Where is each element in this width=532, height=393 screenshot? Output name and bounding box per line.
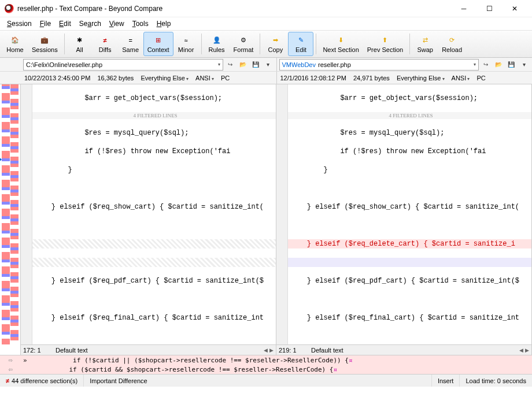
menu-search[interactable]: Search (76, 18, 105, 29)
code-line (32, 332, 276, 341)
right-mru-button[interactable]: ↪ (480, 59, 492, 71)
menu-view[interactable]: View (106, 18, 128, 29)
home-button[interactable]: 🏠Home (2, 32, 28, 56)
diff-line: ⬅ } elseif ($req_delete_cart) { $cartid … (288, 239, 531, 249)
line-diff-row: ⇨ » if (!$cartid || ($shopcart->reseller… (0, 355, 532, 365)
left-filter-combo[interactable]: Everything Else (141, 75, 189, 81)
status-hint: Important Difference (84, 375, 432, 387)
code-line: } elseif ($req_pdf_cart) { $cartid = san… (288, 276, 531, 286)
context-button[interactable]: ⊞Context (143, 32, 173, 56)
app-icon (5, 4, 14, 13)
left-encoding-combo[interactable]: ANSI (195, 75, 214, 81)
path-row: C:\Felix\Online\reseller.php▾ ↪ 📂 💾 ▾ VM… (0, 58, 532, 72)
diff-line (288, 258, 531, 267)
arrow-up-icon: ⬆ (379, 35, 391, 46)
right-hscroll[interactable]: ◀ ▶ (519, 347, 529, 353)
next-section-button[interactable]: ⬇Next Section (319, 32, 363, 56)
code-line (288, 295, 531, 304)
left-hscroll[interactable]: ◀ ▶ (264, 347, 274, 353)
copy-button[interactable]: ➡Copy (263, 32, 288, 56)
merge-left-icon[interactable]: ⇦ (0, 365, 21, 373)
minimize-button[interactable]: ─ (451, 1, 476, 17)
right-filter-combo[interactable]: Everything Else (397, 75, 445, 81)
left-code-view[interactable]: $arr = get_object_vars($session); 4 FILT… (21, 84, 276, 344)
reload-button[interactable]: ⟳Reload (438, 32, 466, 56)
left-path-combo[interactable]: C:\Felix\Online\reseller.php▾ (23, 59, 223, 71)
close-button[interactable]: ✕ (502, 1, 527, 17)
toolbar-separator (316, 34, 316, 54)
approx-icon: ≈ (180, 35, 192, 46)
diffs-button[interactable]: ≠Diffs (93, 32, 118, 56)
code-line: } (32, 165, 276, 175)
titlebar: reseller.php - Text Compare - Beyond Com… (0, 0, 532, 17)
swap-button[interactable]: ⇄Swap (412, 32, 438, 56)
gear-icon: ⚙ (238, 35, 249, 46)
left-cursor-pos: 172: 1 (23, 347, 51, 354)
right-path-combo[interactable]: VMWebDevreseller.php▾ (279, 59, 479, 71)
code-line (32, 184, 276, 193)
code-line: } (288, 165, 531, 175)
statusbar: ≠44 difference section(s) Important Diff… (0, 374, 532, 387)
left-bytes: 16,362 bytes (97, 75, 134, 81)
filtered-marker: 4 FILTERED LINES (32, 112, 276, 119)
same-button[interactable]: =Same (118, 32, 143, 56)
left-browse-button[interactable]: 📂 (237, 59, 249, 71)
left-date: 10/22/2013 2:45:00 PM (24, 75, 90, 81)
swap-icon: ⇄ (419, 35, 431, 46)
format-button[interactable]: ⚙Format (230, 32, 258, 56)
menu-session[interactable]: Session (3, 18, 35, 29)
right-pane: $arr = get_object_vars($session); 4 FILT… (276, 84, 532, 355)
left-footer: 172: 1 Default text ◀ ▶ (21, 344, 276, 355)
sessions-button[interactable]: 💼Sessions (28, 32, 62, 56)
menu-tools[interactable]: Tools (129, 18, 152, 29)
code-line: $res = mysql_query($sql); (288, 128, 531, 138)
equals-icon: = (125, 35, 136, 46)
right-save-button[interactable]: 💾 (505, 59, 517, 71)
code-line: if (!$res) throw new Exception('fai (32, 147, 276, 156)
edit-button[interactable]: ✎Edit (288, 32, 313, 56)
not-equal-icon: ≠ (99, 35, 111, 46)
asterisk-icon: ✱ (74, 35, 86, 46)
thumbnail-overview[interactable] (0, 84, 21, 355)
code-line (288, 184, 531, 193)
code-line (288, 332, 531, 341)
context-icon: ⊞ (153, 35, 164, 46)
code-line (32, 221, 276, 230)
maximize-button[interactable]: ☐ (476, 1, 502, 17)
left-mru-button[interactable]: ↪ (224, 59, 236, 71)
right-menu-button[interactable]: ▾ (518, 59, 530, 71)
toolbar-separator (409, 34, 410, 54)
gap-line (32, 258, 276, 267)
code-line: } elseif ($req_show_cart) { $cartid = sa… (32, 202, 276, 212)
toolbar-separator (201, 34, 202, 54)
right-code-view[interactable]: $arr = get_object_vars($session); 4 FILT… (276, 84, 531, 344)
minor-button[interactable]: ≈Minor (173, 32, 199, 56)
left-save-button[interactable]: 💾 (250, 59, 261, 71)
left-context-label: Default text (56, 347, 88, 354)
right-cursor-pos: 219: 1 (279, 347, 306, 354)
gap-line: ➡ (32, 239, 276, 249)
menu-help[interactable]: Help (153, 18, 175, 29)
menu-file[interactable]: File (36, 18, 54, 29)
code-line: $arr = get_object_vars($session); (32, 94, 276, 103)
toolbar-separator (64, 34, 65, 54)
pencil-icon: ✎ (295, 35, 306, 46)
rules-button[interactable]: 👤Rules (204, 32, 230, 56)
all-button[interactable]: ✱All (67, 32, 93, 56)
arrow-right-icon: ➡ (269, 35, 281, 46)
info-row: 10/22/2013 2:45:00 PM 16,362 bytes Every… (0, 72, 532, 84)
filtered-marker: 4 FILTERED LINES (288, 112, 531, 119)
right-footer: 219: 1 Default text ◀ ▶ (276, 344, 531, 355)
toolbar-separator (260, 34, 260, 54)
left-menu-button[interactable]: ▾ (263, 59, 274, 71)
right-browse-button[interactable]: 📂 (493, 59, 504, 71)
code-line (32, 295, 276, 304)
prev-section-button[interactable]: ⬆Prev Section (363, 32, 407, 56)
line-diff-row: ⇦ if ($cartid && $shopcart->resellercode… (0, 365, 532, 374)
right-platform: PC (476, 75, 485, 81)
right-encoding-combo[interactable]: ANSI (452, 75, 470, 81)
line-diff-panel: ⇨ » if (!$cartid || ($shopcart->reseller… (0, 355, 532, 374)
right-date: 12/1/2016 12:08:12 PM (280, 75, 346, 81)
merge-right-icon[interactable]: ⇨ (0, 356, 21, 364)
menu-edit[interactable]: Edit (56, 18, 75, 29)
